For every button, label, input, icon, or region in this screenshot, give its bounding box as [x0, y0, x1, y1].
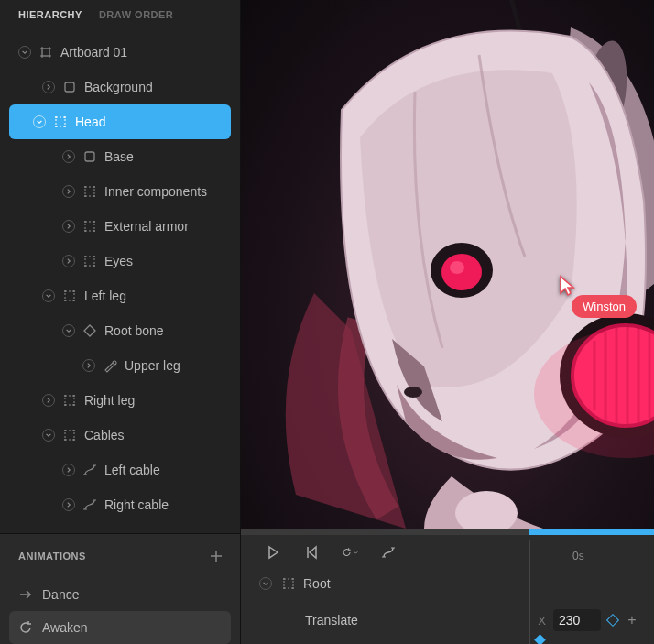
animations-header: ANIMATIONS — [0, 534, 240, 578]
chevron-right-icon[interactable] — [62, 220, 75, 233]
tree-item-upper-leg[interactable]: Upper leg — [0, 348, 240, 383]
svg-rect-80 — [284, 579, 293, 588]
svg-rect-40 — [65, 396, 74, 405]
svg-rect-30 — [85, 257, 94, 266]
tree-label: External armor — [104, 219, 189, 234]
tree-label: Cables — [84, 428, 125, 442]
tree-label: Right cable — [104, 497, 169, 512]
tree-label: Background — [84, 80, 153, 94]
animations-panel: ANIMATIONS Dance Awaken — [0, 533, 240, 644]
group-icon — [82, 254, 97, 268]
artboard-icon — [38, 45, 53, 60]
tree-item-background[interactable]: Background — [0, 70, 240, 104]
group-icon — [281, 576, 296, 591]
tree-label: Left leg — [84, 289, 126, 303]
tree-item-eyes[interactable]: Eyes — [0, 244, 240, 278]
group-icon — [62, 393, 77, 408]
bone-root-icon — [82, 323, 97, 338]
loop-button[interactable] — [342, 544, 358, 561]
animation-label: Awaken — [42, 620, 88, 635]
tree-label: Right leg — [84, 393, 135, 408]
svg-rect-9 — [65, 82, 74, 92]
svg-rect-14 — [56, 117, 65, 126]
to-start-button[interactable] — [303, 544, 320, 561]
arrow-right-icon — [18, 587, 33, 602]
tree-item-base[interactable]: Base — [0, 139, 240, 174]
path-icon — [82, 497, 97, 512]
track-label: Root — [303, 576, 331, 591]
tree-item-root-bone[interactable]: Root bone — [0, 313, 240, 348]
canvas-viewport[interactable]: Winston — [241, 0, 654, 529]
svg-rect-25 — [85, 222, 94, 231]
tree-item-cables[interactable]: Cables — [0, 418, 240, 453]
svg-rect-45 — [65, 431, 74, 440]
tab-hierarchy[interactable]: HIERARCHY — [18, 9, 82, 20]
chevron-down-icon[interactable] — [42, 289, 55, 302]
tree-label: Artboard 01 — [60, 45, 127, 60]
group-icon — [62, 289, 77, 303]
svg-rect-15 — [85, 152, 94, 161]
chevron-down-icon[interactable] — [33, 115, 46, 128]
left-panel: HIERARCHY DRAW ORDER Artboard 01 Backgro… — [0, 0, 241, 644]
panel-tabs: HIERARCHY DRAW ORDER — [0, 0, 240, 29]
chevron-down-icon[interactable] — [18, 46, 31, 59]
keyframe-track-area[interactable] — [529, 566, 654, 644]
tree-label: Base — [104, 149, 134, 164]
canvas-artwork — [241, 0, 654, 529]
chevron-right-icon[interactable] — [42, 394, 55, 407]
svg-rect-20 — [85, 187, 94, 196]
keyframe-marker[interactable] — [534, 634, 546, 644]
chevron-down-icon[interactable] — [42, 429, 55, 442]
add-animation-button[interactable] — [207, 547, 225, 565]
right-side: Winston 00:00 — [241, 0, 654, 644]
timeline-panel: 00:00:46 0s Root Translate X + — [241, 529, 654, 644]
chevron-right-icon[interactable] — [62, 498, 75, 511]
play-button[interactable] — [265, 544, 281, 561]
curve-editor-button[interactable] — [380, 544, 397, 561]
tree-item-left-cable[interactable]: Left cable — [0, 453, 240, 487]
loop-icon — [18, 620, 33, 635]
hierarchy-tree: Artboard 01 Background Head — [0, 29, 240, 533]
group-icon — [82, 219, 97, 234]
shape-icon — [62, 80, 77, 94]
tree-item-right-leg[interactable]: Right leg — [0, 383, 240, 418]
tree-label: Left cable — [104, 463, 160, 477]
tree-item-head[interactable]: Head — [9, 104, 231, 139]
svg-rect-0 — [42, 49, 49, 56]
tree-label: Upper leg — [125, 358, 180, 373]
ruler-label: 0s — [572, 550, 584, 562]
path-icon — [82, 463, 97, 477]
chevron-right-icon[interactable] — [82, 359, 95, 372]
chevron-right-icon[interactable] — [62, 464, 75, 476]
shape-icon — [82, 149, 97, 164]
svg-point-58 — [404, 387, 422, 398]
tree-item-inner-components[interactable]: Inner components — [0, 174, 240, 209]
tree-label: Head — [75, 115, 105, 129]
chevron-right-icon[interactable] — [42, 81, 55, 93]
tree-label: Root bone — [104, 323, 164, 338]
tree-item-left-leg[interactable]: Left leg — [0, 278, 240, 313]
tree-item-right-cable[interactable]: Right cable — [0, 487, 240, 522]
animation-item-awaken[interactable]: Awaken — [9, 611, 231, 644]
chevron-right-icon[interactable] — [62, 150, 75, 163]
group-icon — [53, 115, 68, 129]
svg-rect-35 — [65, 291, 74, 300]
animations-title: ANIMATIONS — [18, 551, 86, 562]
tree-label: Eyes — [104, 254, 133, 268]
animation-item-dance[interactable]: Dance — [0, 578, 240, 611]
tree-item-artboard[interactable]: Artboard 01 — [0, 35, 240, 70]
tree-label: Inner components — [104, 184, 207, 199]
property-label: Translate — [305, 613, 358, 628]
chevron-down-icon[interactable] — [62, 324, 75, 337]
bone-icon — [103, 358, 117, 373]
tab-draw-order[interactable]: DRAW ORDER — [99, 9, 173, 20]
animation-label: Dance — [42, 587, 79, 602]
group-icon — [62, 428, 77, 442]
tree-item-external-armor[interactable]: External armor — [0, 209, 240, 244]
group-icon — [82, 184, 97, 199]
chevron-down-icon[interactable] — [259, 577, 272, 590]
timeline-tracks: Root Translate X + — [241, 566, 654, 644]
chevron-right-icon[interactable] — [62, 255, 75, 267]
chevron-right-icon[interactable] — [62, 185, 75, 198]
svg-point-61 — [450, 261, 464, 274]
